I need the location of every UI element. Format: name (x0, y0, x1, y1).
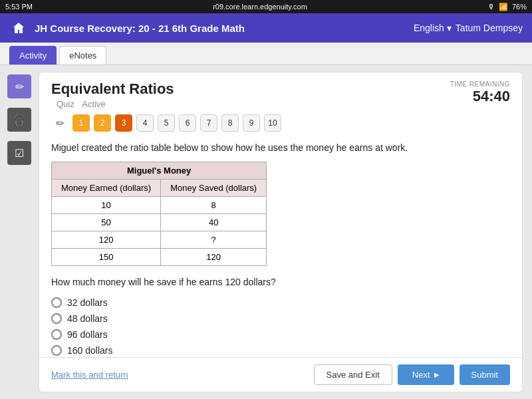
radio-circle-0[interactable] (51, 297, 62, 308)
chevron-down-icon: ▾ (447, 23, 452, 33)
quiz-type: Quiz (57, 99, 74, 109)
top-nav: JH Course Recovery: 20 - 21 6th Grade Ma… (0, 13, 532, 43)
table-cell: 50 (52, 214, 161, 231)
question-body: Miguel created the ratio table below to … (39, 138, 522, 357)
question-nav-btn-6[interactable]: 6 (179, 114, 196, 132)
top-nav-left: JH Course Recovery: 20 - 21 6th Grade Ma… (9, 19, 245, 37)
table-row: 10 8 (52, 197, 267, 214)
table-cell: 150 (52, 249, 161, 266)
radio-circle-2[interactable] (51, 329, 62, 340)
quiz-title: Equivalent Ratios (51, 80, 174, 98)
radio-label-3: 160 dollars (67, 345, 113, 356)
question-subtext: How much money will he save if he earns … (51, 275, 510, 289)
question-card: Equivalent Ratios Quiz Active TIME REMAI… (39, 72, 523, 392)
table-title: Miguel's Money (52, 162, 267, 180)
tab-bar: Activity eNotes (0, 43, 532, 65)
question-nav-btn-8[interactable]: 8 (221, 114, 239, 132)
table-row: 120 ? (52, 231, 267, 249)
status-bar: 5:53 PM r09.core.learn.edgenuity.com 🎙 📶… (0, 0, 532, 13)
nav-title: JH Course Recovery: 20 - 21 6th Grade Ma… (35, 23, 245, 34)
home-button[interactable] (9, 19, 28, 37)
left-toolbar: ✏ 🎧 ☑ (0, 65, 39, 399)
question-nav-btn-4[interactable]: 4 (136, 114, 154, 132)
tab-enotes[interactable]: eNotes (59, 46, 106, 65)
radio-circle-1[interactable] (51, 313, 62, 324)
status-right: 🎙 📶 76% (487, 3, 527, 11)
content-panel: Equivalent Ratios Quiz Active TIME REMAI… (39, 65, 532, 399)
check-icon: ☑ (15, 147, 24, 160)
question-nav-btn-3[interactable]: 3 (115, 114, 132, 132)
table-cell: 10 (52, 197, 161, 214)
timer-area: TIME REMAINING 54:40 (450, 80, 510, 105)
table-cell: 120 (161, 249, 267, 266)
table-cell: ? (161, 231, 267, 249)
table-cell: 40 (161, 214, 267, 231)
headphones-icon: 🎧 (13, 114, 26, 126)
battery-label: 76% (512, 3, 527, 11)
mark-return-link[interactable]: Mark this and return (51, 370, 128, 380)
table-row: 50 40 (52, 214, 267, 231)
ratio-table: Miguel's Money Money Earned (dollars) Mo… (51, 162, 267, 266)
card-header: Equivalent Ratios Quiz Active TIME REMAI… (39, 72, 522, 109)
question-intro: Miguel created the ratio table below to … (51, 141, 510, 155)
main-area: ✏ 🎧 ☑ Equivalent Ratios Quiz Active (0, 65, 532, 399)
quiz-info: Equivalent Ratios Quiz Active (51, 80, 174, 109)
top-nav-right: English ▾ Tatum Dempsey (414, 23, 523, 33)
radio-label-1: 48 dollars (67, 313, 108, 324)
radio-option-1[interactable]: 48 dollars (51, 313, 510, 324)
question-nav-btn-5[interactable]: 5 (158, 114, 175, 132)
pencil-icon: ✏ (15, 80, 24, 93)
timer-value: 54:40 (450, 88, 510, 105)
timer-label: TIME REMAINING (450, 80, 510, 88)
save-exit-button[interactable]: Save and Exit (314, 364, 392, 385)
col-header-earned: Money Earned (dollars) (52, 180, 161, 197)
card-footer: Mark this and return Save and Exit Next … (39, 357, 522, 392)
quiz-status: Active (82, 99, 105, 109)
nav-pencil-icon[interactable]: ✏ (51, 114, 68, 132)
question-nav-btn-1[interactable]: 1 (72, 114, 90, 132)
language-button[interactable]: English ▾ (414, 23, 452, 33)
radio-option-3[interactable]: 160 dollars (51, 345, 510, 356)
check-button[interactable]: ☑ (7, 141, 31, 165)
footer-buttons: Save and Exit Next Submit (314, 364, 510, 385)
submit-button[interactable]: Submit (460, 364, 510, 385)
language-label: English (414, 23, 444, 33)
table-cell: 8 (161, 197, 267, 214)
wifi-icon: 📶 (499, 3, 508, 11)
status-url: r09.core.learn.edgenuity.com (213, 3, 307, 11)
pencil-tool-button[interactable]: ✏ (7, 74, 31, 98)
mic-icon: 🎙 (487, 3, 495, 11)
radio-label-0: 32 dollars (67, 297, 108, 308)
radio-option-0[interactable]: 32 dollars (51, 297, 510, 308)
question-nav-btn-9[interactable]: 9 (243, 114, 260, 132)
question-nav-btn-7[interactable]: 7 (200, 114, 217, 132)
question-nav: ✏ 1 2 3 4 5 6 7 8 9 10 (39, 109, 522, 138)
headphones-button[interactable]: 🎧 (7, 108, 31, 132)
user-name: Tatum Dempsey (456, 23, 523, 33)
table-cell: 120 (52, 231, 161, 249)
radio-circle-3[interactable] (51, 345, 62, 356)
radio-option-2[interactable]: 96 dollars (51, 329, 510, 340)
tab-activity[interactable]: Activity (9, 46, 57, 65)
question-nav-btn-10[interactable]: 10 (264, 114, 281, 132)
table-row: 150 120 (52, 249, 267, 266)
radio-label-2: 96 dollars (67, 329, 108, 340)
col-header-saved: Money Saved (dollars) (161, 180, 267, 197)
question-nav-btn-2[interactable]: 2 (94, 114, 111, 132)
status-time: 5:53 PM (5, 3, 33, 11)
quiz-subtitle: Quiz Active (51, 99, 174, 109)
next-button[interactable]: Next (398, 364, 454, 385)
